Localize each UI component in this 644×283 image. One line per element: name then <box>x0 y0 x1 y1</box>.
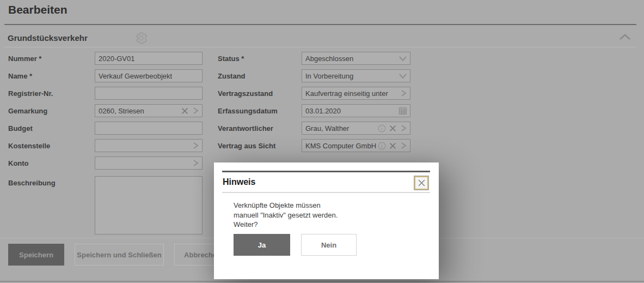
x-icon[interactable] <box>389 142 396 149</box>
chevron-down-icon[interactable] <box>398 72 407 80</box>
field-label: Vertragszustand <box>218 89 302 98</box>
field-label: Verantwortlicher <box>218 124 302 133</box>
chevron-right-icon[interactable] <box>400 142 407 149</box>
hinweis-dialog: Hinweis Verknüpfte Objekte müssen manuel… <box>214 162 439 279</box>
chevron-up-icon[interactable] <box>618 33 631 43</box>
field-value: Abgeschlossen <box>302 55 398 63</box>
chevron-right-icon[interactable] <box>400 89 407 97</box>
form-row: Vertrag aus Sicht KMS Computer GmbH <box>218 139 410 152</box>
konto-lookup[interactable] <box>95 156 203 170</box>
section-divider <box>4 47 636 47</box>
dialog-actions: Ja Nein <box>234 234 357 256</box>
chevron-right-icon[interactable] <box>192 142 199 149</box>
form-row: Budget <box>8 122 203 135</box>
dialog-accent-bar <box>222 171 430 172</box>
form-row: Status * Abgeschlossen <box>218 52 410 65</box>
form-column-left: Nummer * 2020-GV01 Name * Verkauf Gewerb… <box>8 52 203 234</box>
dialog-message: Verknüpfte Objekte müssen manuell "Inakt… <box>234 201 338 230</box>
status-select[interactable]: Abgeschlossen <box>302 52 410 65</box>
field-label: Gemarkung <box>8 107 95 115</box>
gear-icon[interactable] <box>133 31 149 46</box>
field-value: Verkauf Gewerbeobjekt <box>95 72 202 80</box>
field-label: Name * <box>8 72 95 80</box>
form-row: Beschreibung <box>8 176 203 234</box>
action-bar: Speichern Speichern und Schließen Abbrec… <box>8 244 231 266</box>
field-value: Kaufvertrag einseitig unter <box>302 89 400 98</box>
field-label: Kostenstelle <box>8 142 95 150</box>
save-button[interactable]: Speichern <box>8 244 64 266</box>
field-label: Beschreibung <box>8 176 95 187</box>
zustand-select[interactable]: In Vorbereitung <box>302 69 410 82</box>
erfassungsdatum-input[interactable]: 03.01.2020 <box>302 104 410 117</box>
kostenstelle-lookup[interactable] <box>95 139 203 152</box>
form-row: Vertragszustand Kaufvertrag einseitig un… <box>218 87 410 100</box>
field-label: Zustand <box>218 72 302 80</box>
info-icon[interactable] <box>378 142 386 150</box>
gemarkung-lookup[interactable]: 0260, Striesen <box>95 104 203 117</box>
field-value: KMS Computer GmbH <box>302 142 378 150</box>
chevron-right-icon[interactable] <box>192 107 199 115</box>
x-icon[interactable] <box>389 125 396 132</box>
field-label: Vertrag aus Sicht <box>218 142 302 150</box>
beschreibung-textarea[interactable] <box>95 176 203 234</box>
calendar-icon[interactable] <box>398 106 407 115</box>
form-column-right: Status * Abgeschlossen Zustand In Vorber… <box>218 52 410 152</box>
close-icon[interactable] <box>414 176 429 190</box>
form-row: Kostenstelle <box>8 139 203 152</box>
x-icon[interactable] <box>181 107 188 115</box>
form-row: Zustand In Vorbereitung <box>218 69 410 82</box>
form-row: Registrier-Nr. <box>8 87 203 100</box>
dialog-title: Hinweis <box>223 177 255 187</box>
header-divider <box>4 24 636 25</box>
vertragszustand-lookup[interactable]: Kaufvertrag einseitig unter <box>302 87 410 100</box>
field-value: 2020-GV01 <box>95 55 202 63</box>
field-label: Nummer * <box>8 55 95 63</box>
nummer-input[interactable]: 2020-GV01 <box>95 52 203 65</box>
verantwortlicher-lookup[interactable]: Grau, Walther <box>302 122 410 135</box>
dialog-message-line: manuell "Inaktiv" gesetzt werden. <box>234 210 338 220</box>
chevron-right-icon[interactable] <box>192 159 199 167</box>
chevron-down-icon[interactable] <box>398 55 407 62</box>
field-value: In Vorbereitung <box>302 72 398 80</box>
info-icon[interactable] <box>378 124 386 133</box>
budget-input[interactable] <box>95 122 203 135</box>
vertrag-aus-sicht-lookup[interactable]: KMS Computer GmbH <box>302 139 410 152</box>
form-row: Gemarkung 0260, Striesen <box>8 104 203 117</box>
form-row: Erfassungsdatum 03.01.2020 <box>218 104 410 117</box>
field-label: Status * <box>218 55 302 63</box>
name-input[interactable]: Verkauf Gewerbeobjekt <box>95 69 203 82</box>
yes-button[interactable]: Ja <box>234 234 290 256</box>
section-title: Grundstücksverkehr <box>8 33 88 43</box>
form-row: Name * Verkauf Gewerbeobjekt <box>8 69 203 82</box>
field-label: Registrier-Nr. <box>8 89 95 98</box>
field-value: 03.01.2020 <box>302 107 398 115</box>
dialog-divider <box>222 192 430 193</box>
field-label: Budget <box>8 124 95 133</box>
form-row: Nummer * 2020-GV01 <box>8 52 203 65</box>
form-row: Verantwortlicher Grau, Walther <box>218 122 410 135</box>
field-label: Konto <box>8 159 95 167</box>
dialog-message-line: Verknüpfte Objekte müssen <box>234 201 338 210</box>
page-title: Bearbeiten <box>8 3 68 16</box>
field-value: Grau, Walther <box>302 124 378 133</box>
no-button[interactable]: Nein <box>301 234 357 256</box>
save-and-close-button[interactable]: Speichern und Schließen <box>75 244 164 266</box>
chevron-right-icon[interactable] <box>400 124 407 132</box>
field-value: 0260, Striesen <box>95 107 181 115</box>
form-row: Konto <box>8 156 203 170</box>
registrier-nr-input[interactable] <box>95 87 203 100</box>
dialog-message-line: Weiter? <box>234 220 338 230</box>
bottom-divider <box>0 281 644 282</box>
field-label: Erfassungsdatum <box>218 107 302 115</box>
